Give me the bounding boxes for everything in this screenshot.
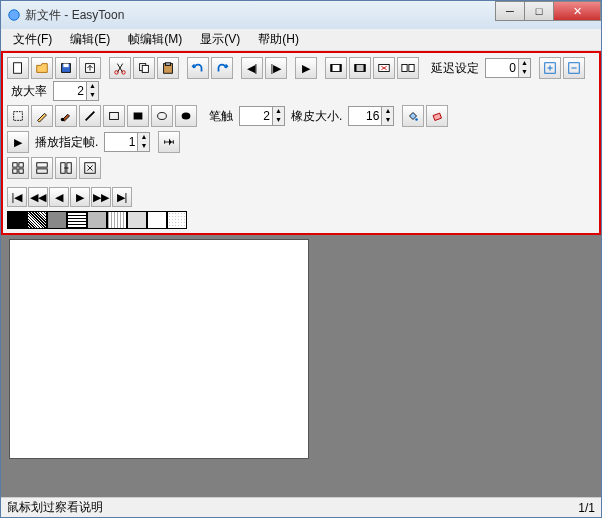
frame-tool-3-button[interactable] — [373, 57, 395, 79]
pen-down[interactable]: ▼ — [272, 116, 284, 125]
menubar: 文件(F) 编辑(E) 帧编辑(M) 显示(V) 帮助(H) — [1, 29, 601, 51]
swatch-light-gray[interactable] — [87, 211, 107, 229]
zoom-in-button[interactable] — [539, 57, 561, 79]
zoom-label: 放大率 — [7, 83, 51, 100]
new-button[interactable] — [7, 57, 29, 79]
brush-tool-button[interactable] — [55, 105, 77, 127]
frame-tool-4-button[interactable] — [397, 57, 419, 79]
svg-point-27 — [158, 113, 167, 120]
nav-bwd-button[interactable]: ◀◀ — [28, 187, 48, 207]
pen-up[interactable]: ▲ — [272, 107, 284, 116]
maximize-button[interactable]: □ — [524, 1, 554, 21]
svg-rect-3 — [63, 64, 68, 68]
pencil-tool-button[interactable] — [31, 105, 53, 127]
zoom-out-button[interactable] — [563, 57, 585, 79]
zoom-up[interactable]: ▲ — [86, 82, 98, 91]
svg-point-0 — [9, 10, 20, 21]
save-button[interactable] — [55, 57, 77, 79]
layout-2-button[interactable] — [31, 157, 53, 179]
drawing-canvas[interactable] — [9, 239, 309, 459]
copy-button[interactable] — [133, 57, 155, 79]
svg-rect-22 — [14, 112, 23, 121]
toolbar-row-2: 笔触 ▲▼ 橡皮大小. ▲▼ — [5, 103, 597, 129]
rect-tool-button[interactable] — [103, 105, 125, 127]
svg-rect-30 — [433, 113, 441, 120]
zoom-spinner[interactable]: ▲▼ — [53, 81, 99, 101]
eraser-up[interactable]: ▲ — [381, 107, 393, 116]
prev-frame-button[interactable]: ◀| — [241, 57, 263, 79]
play-range-button[interactable]: ▶ — [7, 131, 29, 153]
paste-button[interactable] — [157, 57, 179, 79]
swatch-white[interactable] — [147, 211, 167, 229]
oval-tool-button[interactable] — [151, 105, 173, 127]
pen-spinner[interactable]: ▲▼ — [239, 106, 285, 126]
zoom-down[interactable]: ▼ — [86, 91, 98, 100]
eraser-label: 橡皮大小. — [287, 108, 346, 125]
layout-3-button[interactable] — [55, 157, 77, 179]
delay-down[interactable]: ▼ — [518, 68, 530, 77]
open-button[interactable] — [31, 57, 53, 79]
menu-file[interactable]: 文件(F) — [5, 29, 60, 50]
window-title: 新文件 - EasyToon — [25, 7, 124, 24]
swatch-pattern-2[interactable] — [67, 211, 87, 229]
menu-display[interactable]: 显示(V) — [192, 29, 248, 50]
delay-input[interactable] — [486, 61, 518, 75]
delay-up[interactable]: ▲ — [518, 59, 530, 68]
play-up[interactable]: ▲ — [137, 133, 149, 142]
play-input[interactable] — [105, 135, 137, 149]
line-tool-button[interactable] — [79, 105, 101, 127]
menu-help[interactable]: 帮助(H) — [250, 29, 307, 50]
delay-spinner[interactable]: ▲▼ — [485, 58, 531, 78]
play-button[interactable]: ▶ — [295, 57, 317, 79]
layout-1-button[interactable] — [7, 157, 29, 179]
next-frame-button[interactable]: |▶ — [265, 57, 287, 79]
eraser-spinner[interactable]: ▲▼ — [348, 106, 394, 126]
nav-first-button[interactable]: |◀ — [7, 187, 27, 207]
menu-frame[interactable]: 帧编辑(M) — [120, 29, 190, 50]
swatch-black[interactable] — [7, 211, 27, 229]
minimize-button[interactable]: ─ — [495, 1, 525, 21]
frame-tool-2-button[interactable] — [349, 57, 371, 79]
swatch-pattern-3[interactable] — [107, 211, 127, 229]
eraser-tool-button[interactable] — [426, 105, 448, 127]
swatch-gray[interactable] — [47, 211, 67, 229]
cut-button[interactable] — [109, 57, 131, 79]
svg-rect-31 — [13, 163, 17, 167]
svg-point-29 — [416, 118, 419, 121]
eraser-input[interactable] — [349, 109, 381, 123]
menu-edit[interactable]: 编辑(E) — [62, 29, 118, 50]
app-icon — [7, 8, 21, 22]
eraser-down[interactable]: ▼ — [381, 116, 393, 125]
redo-button[interactable] — [211, 57, 233, 79]
select-tool-button[interactable] — [7, 105, 29, 127]
nav-prev-button[interactable]: ◀ — [49, 187, 69, 207]
range-tool-button[interactable] — [158, 131, 180, 153]
frame-tool-1-button[interactable] — [325, 57, 347, 79]
svg-rect-13 — [340, 65, 342, 72]
nav-row: |◀ ◀◀ ◀ ▶ ▶▶ ▶| — [5, 181, 597, 209]
swatch-pattern-1[interactable] — [27, 211, 47, 229]
svg-rect-32 — [19, 163, 23, 167]
layout-4-button[interactable] — [79, 157, 101, 179]
svg-rect-8 — [142, 65, 148, 72]
pen-label: 笔触 — [205, 108, 237, 125]
rect-fill-tool-button[interactable] — [127, 105, 149, 127]
undo-button[interactable] — [187, 57, 209, 79]
svg-point-28 — [182, 113, 191, 120]
play-spinner[interactable]: ▲▼ — [104, 132, 150, 152]
close-button[interactable]: ✕ — [553, 1, 601, 21]
swatch-lighter-gray[interactable] — [127, 211, 147, 229]
oval-fill-tool-button[interactable] — [175, 105, 197, 127]
delay-label: 延迟设定 — [427, 60, 483, 77]
play-down[interactable]: ▼ — [137, 142, 149, 151]
nav-last-button[interactable]: ▶| — [112, 187, 132, 207]
swatch-pattern-4[interactable] — [167, 211, 187, 229]
pen-input[interactable] — [240, 109, 272, 123]
nav-next-button[interactable]: ▶ — [70, 187, 90, 207]
export-button[interactable] — [79, 57, 101, 79]
fill-tool-button[interactable] — [402, 105, 424, 127]
nav-fwd-button[interactable]: ▶▶ — [91, 187, 111, 207]
zoom-input[interactable] — [54, 84, 86, 98]
window-controls: ─ □ ✕ — [496, 1, 601, 21]
svg-rect-1 — [14, 63, 22, 74]
